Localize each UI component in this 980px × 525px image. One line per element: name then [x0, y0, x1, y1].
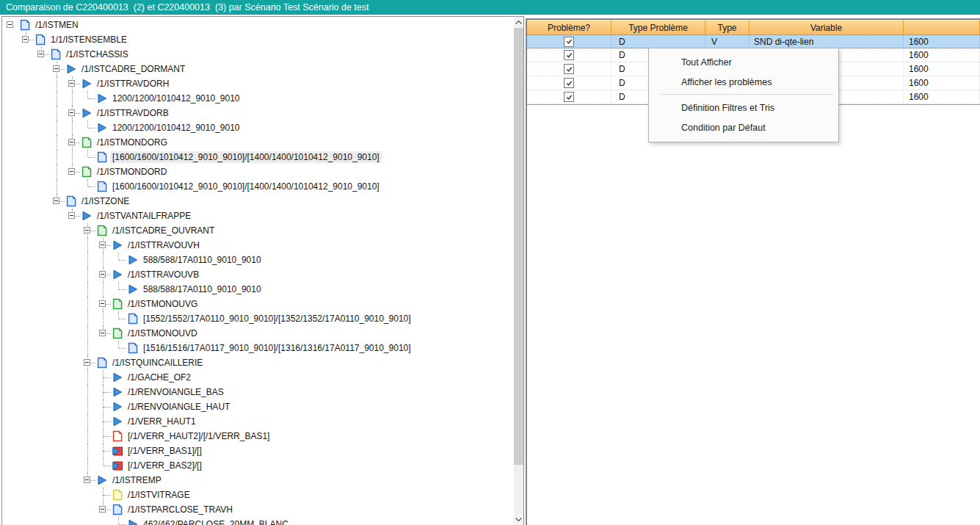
tree-expander-cell[interactable] [80, 473, 95, 488]
tree-expander-cell[interactable] [65, 106, 80, 120]
tree-node[interactable]: /1/ISTMONDORD [3, 164, 513, 179]
tree-node[interactable]: /1/ISTCADRE_OUVRANT [3, 223, 513, 238]
tree-node-label[interactable]: /1/ISTCADRE_DORMANT [79, 63, 187, 75]
tree-node-label[interactable]: /1/RENVOIANGLE_BAS [126, 386, 226, 398]
tree-node[interactable]: /1/ISTREMP [3, 473, 513, 488]
tree-node[interactable]: /1/RENVOIANGLE_HAUT [3, 399, 513, 414]
tree-expander-cell[interactable] [80, 355, 95, 370]
tree-node-label[interactable]: 1/1/ISTENSEMBLE [48, 34, 129, 46]
scroll-down-button[interactable] [514, 514, 523, 525]
tree-node-label[interactable]: [1552/1552/17A0110_9010_9010]/[1352/1352… [141, 313, 413, 325]
collapse-minus-icon[interactable] [53, 65, 59, 72]
tree-node-label[interactable]: /1/ISTCADRE_OUVRANT [110, 225, 217, 236]
tree-node[interactable]: [1600/1600/1010412_9010_9010]/[1400/1400… [3, 150, 513, 164]
problem-checkbox[interactable] [564, 92, 574, 102]
collapse-minus-icon[interactable] [7, 21, 13, 28]
collapse-minus-icon[interactable] [99, 242, 106, 248]
tree-node[interactable]: /1/ISTVITRAGE [3, 488, 513, 502]
tree-node-label[interactable]: [1600/1600/1010412_9010_9010]/[1400/1400… [110, 181, 382, 192]
tree-node[interactable]: /1/ISTMONOUVD [3, 326, 513, 341]
tree-node-label[interactable]: /1/ISTTRAVOUVH [126, 239, 202, 251]
tree-node-label[interactable]: [1600/1600/1010412_9010_9010]/[1400/1400… [110, 151, 382, 163]
tree-node-label[interactable]: 588/588/17A0110_9010_9010 [141, 283, 264, 295]
tree-node[interactable]: /1/ISTCHASSIS [3, 47, 513, 62]
tree-node[interactable]: 588/588/17A0110_9010_9010 [3, 282, 513, 297]
tree-node[interactable]: 588/588/17A0110_9010_9010 [3, 253, 513, 267]
collapse-minus-icon[interactable] [84, 477, 90, 483]
collapse-minus-icon[interactable] [22, 36, 29, 43]
collapse-minus-icon[interactable] [99, 300, 106, 307]
collapse-minus-icon[interactable] [68, 212, 75, 219]
tree-node[interactable]: 462/462/PARCLOSE_20MM_BLANC [3, 517, 513, 525]
tree-expander-cell[interactable] [3, 18, 18, 32]
tree-expander-cell[interactable] [34, 47, 49, 62]
tree-vertical-scrollbar[interactable] [514, 17, 523, 525]
collapse-minus-icon[interactable] [68, 139, 75, 145]
collapse-minus-icon[interactable] [68, 80, 75, 87]
collapse-minus-icon[interactable] [84, 227, 90, 233]
tree-node[interactable]: /1/ISTPARCLOSE_TRAVH [3, 502, 513, 517]
column-header[interactable]: Type [705, 21, 749, 35]
collapse-minus-icon[interactable] [53, 198, 59, 204]
tree-node[interactable]: 1200/1200/1010412_9010_9010 [3, 120, 513, 135]
column-header[interactable]: Type Problème [611, 21, 705, 35]
tree-node[interactable]: /1/ISTTRAVOUVB [3, 267, 513, 282]
tree-node-label[interactable]: 588/588/17A0110_9010_9010 [141, 254, 264, 266]
tree-node-label[interactable]: 1200/1200/1010412_9010_9010 [110, 122, 242, 134]
tree-node-label[interactable]: /1/ISTTRAVDORH [95, 78, 171, 90]
menu-item[interactable]: Afficher les problèmes [649, 72, 838, 92]
tree-node-label[interactable]: 462/462/PARCLOSE_20MM_BLANC [141, 518, 291, 525]
collapse-minus-icon[interactable] [84, 359, 90, 366]
tree-expander-cell[interactable] [65, 209, 80, 223]
tree-node[interactable]: /1/ISTTRAVDORH [3, 76, 513, 91]
tree-node-label[interactable]: /1/ISTZONE [79, 195, 131, 207]
collapse-minus-icon[interactable] [99, 506, 106, 513]
tree-node[interactable]: /1/ISTVANTAILFRAPPE [3, 209, 513, 223]
column-header[interactable] [904, 21, 980, 35]
collapse-minus-icon[interactable] [68, 109, 75, 116]
tree-node[interactable]: /1/ISTMONOUVG [3, 297, 513, 311]
tree-node-label[interactable]: /1/ISTTRAVOUVB [126, 269, 201, 280]
tree-expander-cell[interactable] [49, 62, 65, 76]
tree-node[interactable]: /1/ISTMONDORG [3, 135, 513, 150]
tree-node[interactable]: /1/ISTTRAVOUVH [3, 238, 513, 253]
tree-expander-cell[interactable] [18, 32, 34, 47]
tree-expander-cell[interactable] [95, 297, 111, 311]
tree-node[interactable]: 1/1/ISTENSEMBLE [3, 32, 513, 47]
collapse-minus-icon[interactable] [99, 271, 106, 278]
problem-checkbox[interactable] [564, 50, 574, 60]
tree-node-label[interactable]: [/1/VERR_BAS2]/[] [126, 460, 204, 471]
tree-node-label[interactable]: /1/ISTREMP [110, 474, 164, 486]
tree-node[interactable]: /1/ISTZONE [3, 194, 513, 209]
tree-expander-cell[interactable] [65, 135, 80, 150]
tree-node-label[interactable]: 1200/1200/1010412_9010_9010 [110, 93, 242, 104]
tree-node-label[interactable]: /1/ISTVANTAILFRAPPE [95, 210, 193, 222]
tree-node[interactable]: /1/ISTCADRE_DORMANT [3, 62, 513, 76]
tree-node[interactable]: [1552/1552/17A0110_9010_9010]/[1352/1352… [3, 311, 513, 326]
tree-node-label[interactable]: /1/ISTTRAVDORB [95, 107, 171, 119]
tree-node-label[interactable]: /1/ISTMEN [33, 19, 81, 31]
tree-node[interactable]: /1/GACHE_OF2 [3, 370, 513, 385]
collapse-minus-icon[interactable] [68, 168, 75, 175]
problem-checkbox[interactable] [564, 37, 574, 47]
tree-expander-cell[interactable] [95, 267, 111, 282]
tree-node-label[interactable]: /1/GACHE_OF2 [126, 372, 193, 383]
tree-node[interactable]: [1516/1516/17A0117_9010_9010]/[1316/1316… [3, 341, 513, 355]
tree-expander-cell[interactable] [65, 76, 80, 91]
tree-node[interactable]: /1/RENVOIANGLE_BAS [3, 385, 513, 399]
tree-expander-cell[interactable] [65, 164, 80, 179]
collapse-minus-icon[interactable] [37, 51, 44, 57]
tree-expander-cell[interactable] [95, 326, 111, 341]
column-header[interactable]: Variable [749, 21, 904, 35]
tree-node[interactable]: /1/VERR_HAUT1 [3, 414, 513, 429]
scroll-up-button[interactable] [514, 17, 523, 28]
problem-checkbox[interactable] [564, 78, 574, 88]
tree-node-label[interactable]: /1/ISTPARCLOSE_TRAVH [126, 504, 235, 515]
column-header[interactable]: Problème? [527, 21, 611, 35]
tree-node[interactable]: [/1/VERR_HAUT2]/[/1/VERR_BAS1] [3, 429, 513, 443]
tree-node-label[interactable]: /1/ISTVITRAGE [126, 489, 192, 501]
tree-expander-cell[interactable] [49, 194, 65, 209]
scrollbar-thumb[interactable] [514, 28, 523, 465]
tree-node[interactable]: [1600/1600/1010412_9010_9010]/[1400/1400… [3, 179, 513, 194]
tree-node[interactable]: [/1/VERR_BAS1]/[] [3, 443, 513, 458]
